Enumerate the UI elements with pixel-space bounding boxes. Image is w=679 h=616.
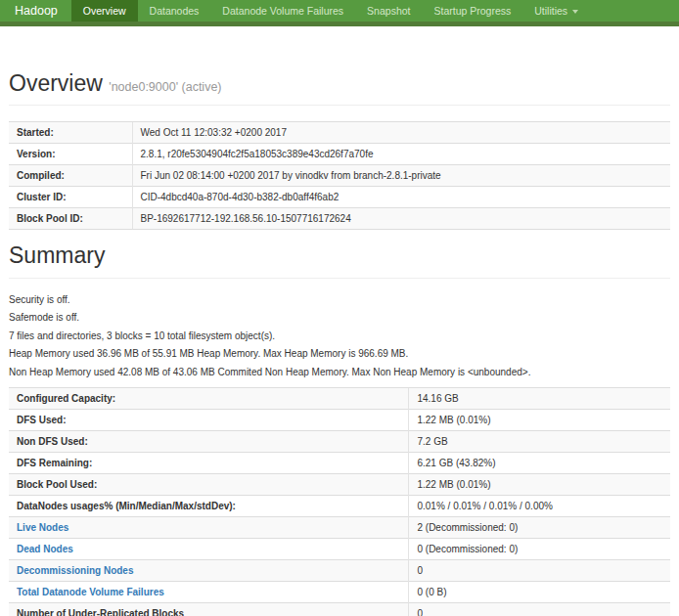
summary-row-value: 14.16 GB: [409, 387, 670, 409]
nav-tab-startup-progress[interactable]: Startup Progress: [422, 0, 522, 22]
summary-row-label: Total Datanode Volume Failures: [9, 581, 409, 602]
top-navbar: Hadoop Overview Datanodes Datanode Volum…: [0, 0, 679, 26]
overview-title: Overview: [9, 70, 103, 96]
summary-row-value: 1.22 MB (0.01%): [409, 409, 670, 430]
info-row-label: Compiled:: [9, 165, 132, 187]
caret-down-icon: [572, 10, 578, 14]
summary-status-line: Safemode is off.: [9, 312, 670, 323]
summary-row-label: Number of Under-Replicated Blocks: [9, 602, 409, 616]
summary-row-label: Decommissioning Nodes: [9, 559, 409, 581]
summary-row-value: 6.21 GB (43.82%): [409, 452, 670, 473]
info-row-label: Started:: [9, 122, 132, 144]
summary-row-value: 0 (0 B): [409, 581, 670, 602]
summary-row-value: 2 (Decommissioned: 0): [409, 516, 670, 538]
summary-row-value: 0 (Decommissioned: 0): [409, 538, 670, 559]
table-row: Number of Under-Replicated Blocks 0: [9, 602, 670, 616]
summary-row-value: 0.01% / 0.01% / 0.01% / 0.00%: [409, 495, 670, 516]
table-row: Decommissioning Nodes 0: [9, 559, 670, 581]
summary-row-value: 0: [409, 559, 670, 581]
live-nodes-link[interactable]: Live Nodes: [17, 522, 68, 533]
summary-status-line: Non Heap Memory used 42.08 MB of 43.06 M…: [9, 367, 670, 377]
summary-row-label: DFS Used:: [9, 409, 409, 430]
main-content: Overview 'node0:9000' (active) Started: …: [0, 71, 679, 616]
nav-tab-utilities-dropdown[interactable]: Utilities: [522, 0, 590, 22]
page-title: Overview 'node0:9000' (active): [9, 71, 670, 96]
nav-tab-utilities-label: Utilities: [534, 5, 567, 17]
nav-tab-overview[interactable]: Overview: [71, 0, 138, 22]
summary-row-label: DataNodes usages% (Min/Median/Max/stdDev…: [9, 495, 409, 516]
dead-nodes-link[interactable]: Dead Nodes: [17, 544, 73, 554]
info-row-value: Fri Jun 02 08:14:00 +0200 2017 by vinodk…: [132, 165, 670, 187]
table-row: Non DFS Used: 7.2 GB: [9, 430, 670, 452]
summary-page-header: Summary: [9, 243, 670, 278]
nav-tab-datanode-volume-failures[interactable]: Datanode Volume Failures: [210, 0, 355, 22]
table-row: DataNodes usages% (Min/Median/Max/stdDev…: [9, 495, 670, 516]
table-row: Started: Wed Oct 11 12:03:32 +0200 2017: [9, 122, 670, 144]
info-row-value: Wed Oct 11 12:03:32 +0200 2017: [132, 122, 670, 144]
table-row: DFS Used: 1.22 MB (0.01%): [9, 409, 670, 430]
namenode-address-subtitle: 'node0:9000' (active): [109, 80, 221, 94]
cluster-summary-table: Configured Capacity: 14.16 GB DFS Used: …: [9, 387, 670, 616]
summary-title: Summary: [9, 243, 670, 268]
summary-row-label: Live Nodes: [9, 516, 409, 538]
summary-row-label: Dead Nodes: [9, 538, 409, 559]
namenode-info-table: Started: Wed Oct 11 12:03:32 +0200 2017 …: [9, 121, 670, 230]
info-row-label: Version:: [9, 144, 132, 165]
decommissioning-nodes-link[interactable]: Decommissioning Nodes: [17, 565, 133, 576]
info-row-value: CID-4dbcd40a-870d-4d30-b382-db0aff4f6ab2: [132, 187, 670, 208]
summary-row-label: Configured Capacity:: [9, 387, 409, 409]
summary-status-lines: Security is off. Safemode is off. 7 file…: [9, 294, 670, 377]
table-row: Cluster ID: CID-4dbcd40a-870d-4d30-b382-…: [9, 187, 670, 208]
summary-status-line: 7 files and directories, 3 blocks = 10 t…: [9, 330, 670, 341]
info-row-label: Block Pool ID:: [9, 208, 132, 230]
summary-row-label: Non DFS Used:: [9, 430, 409, 452]
summary-row-value: 0: [409, 602, 670, 616]
summary-status-line: Heap Memory used 36.96 MB of 55.91 MB He…: [9, 348, 670, 359]
table-row: Live Nodes 2 (Decommissioned: 0): [9, 516, 670, 538]
table-row: Total Datanode Volume Failures 0 (0 B): [9, 581, 670, 602]
info-row-label: Cluster ID:: [9, 187, 132, 208]
table-row: DFS Remaining: 6.21 GB (43.82%): [9, 452, 670, 473]
navbar-brand: Hadoop: [0, 0, 71, 22]
summary-row-value: 1.22 MB (0.01%): [409, 473, 670, 495]
table-row: Dead Nodes 0 (Decommissioned: 0): [9, 538, 670, 559]
table-row: Compiled: Fri Jun 02 08:14:00 +0200 2017…: [9, 165, 670, 187]
table-row: Block Pool ID: BP-1692617712-192.168.56.…: [9, 208, 670, 230]
info-row-value: 2.8.1, r20fe5304904fc2f5a18053c389e43cd2…: [132, 144, 670, 165]
table-row: Configured Capacity: 14.16 GB: [9, 387, 670, 409]
info-row-value: BP-1692617712-192.168.56.10-150771617262…: [132, 208, 670, 230]
nav-tab-datanodes[interactable]: Datanodes: [138, 0, 211, 22]
table-row: Version: 2.8.1, r20fe5304904fc2f5a18053c…: [9, 144, 670, 165]
summary-row-label: DFS Remaining:: [9, 452, 409, 473]
summary-row-value: 7.2 GB: [409, 430, 670, 452]
summary-row-label: Block Pool Used:: [9, 473, 409, 495]
table-row: Block Pool Used: 1.22 MB (0.01%): [9, 473, 670, 495]
nav-tab-snapshot[interactable]: Snapshot: [355, 0, 422, 22]
overview-page-header: Overview 'node0:9000' (active): [9, 71, 670, 106]
total-datanode-volume-failures-link[interactable]: Total Datanode Volume Failures: [17, 587, 164, 597]
summary-status-line: Security is off.: [9, 294, 670, 305]
